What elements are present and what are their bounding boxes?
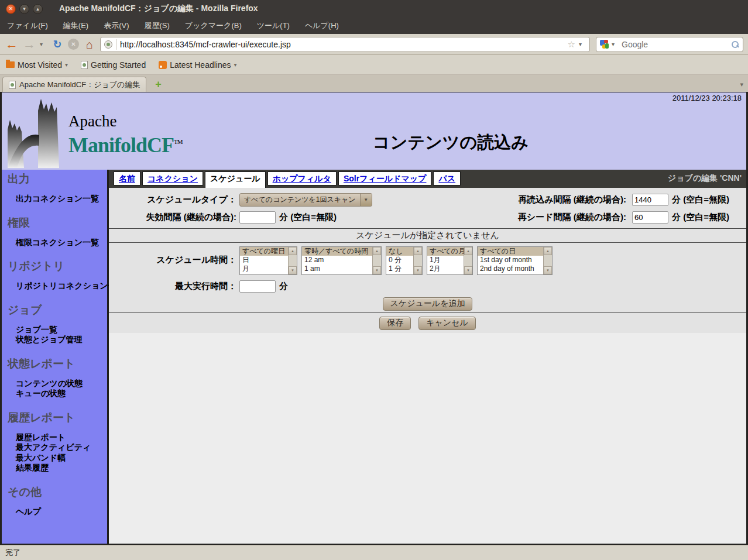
- scrollbar[interactable]: ▲ ▼: [372, 247, 381, 274]
- tab-connection[interactable]: コネクション: [142, 171, 203, 185]
- bookmark-latest-headlines[interactable]: Latest Headlines ▾: [159, 60, 236, 70]
- sidebar-item-help[interactable]: ヘルプ: [8, 507, 107, 517]
- select-option[interactable]: なし: [386, 247, 413, 256]
- menu-history[interactable]: 履歴(S): [145, 20, 170, 31]
- tab-name-link[interactable]: 名前: [119, 174, 135, 183]
- select-option[interactable]: 0 分: [386, 256, 413, 264]
- sidebar-item-max-bandwidth[interactable]: 最大バンド幅: [8, 453, 107, 463]
- save-button[interactable]: 保存: [379, 317, 411, 330]
- sidebar-item-repository-connections[interactable]: リポジトリコネクション一覧: [8, 281, 107, 291]
- sidebar-item-output-connections[interactable]: 出力コネクション一覧: [8, 194, 107, 204]
- scroll-up-icon[interactable]: ▲: [414, 247, 422, 255]
- close-icon[interactable]: ✕: [6, 4, 16, 14]
- scrollbar[interactable]: ▲ ▼: [413, 247, 422, 274]
- select-option[interactable]: すべての曜日: [240, 247, 288, 256]
- select-option[interactable]: 1 分: [386, 264, 413, 273]
- select-option[interactable]: 2月: [427, 264, 464, 273]
- minimize-icon[interactable]: ▾: [19, 4, 29, 14]
- menu-file[interactable]: ファイル(F): [7, 20, 48, 31]
- select-option[interactable]: 1st day of month: [478, 256, 543, 264]
- url-bar[interactable]: ☆ ▾: [100, 37, 590, 52]
- home-icon[interactable]: ⌂: [83, 39, 97, 50]
- section-title: 状態レポート: [8, 358, 107, 370]
- new-tab-icon[interactable]: +: [151, 78, 165, 90]
- bookmark-getting-started[interactable]: Getting Started: [81, 60, 146, 70]
- hour-of-day-select[interactable]: 零時／すべての時間 12 am 1 am ▲ ▼: [301, 246, 382, 275]
- sidebar-item-job-list[interactable]: ジョブ一覧: [8, 325, 107, 335]
- forward-icon[interactable]: →: [22, 38, 36, 51]
- tab-solr-field-mapping-link[interactable]: Solrフィールドマップ: [344, 174, 427, 183]
- max-run-time-input[interactable]: [239, 280, 276, 293]
- url-input[interactable]: [120, 40, 564, 49]
- history-dropdown-icon[interactable]: ▾: [40, 41, 47, 47]
- google-logo-icon[interactable]: [600, 40, 609, 49]
- maximize-icon[interactable]: ▴: [33, 4, 43, 14]
- reseed-interval-input[interactable]: [632, 211, 668, 224]
- tab-list-icon[interactable]: ▾: [740, 81, 743, 88]
- select-option[interactable]: 1 am: [302, 264, 372, 273]
- tab-connection-link[interactable]: コネクション: [147, 174, 198, 183]
- sidebar-item-result-histogram[interactable]: 結果履歴: [8, 463, 107, 473]
- tab-name[interactable]: 名前: [114, 171, 140, 185]
- scroll-up-icon[interactable]: ▲: [464, 247, 472, 255]
- bookmark-star-icon[interactable]: ☆: [568, 39, 575, 50]
- menu-tools[interactable]: ツール(T): [257, 20, 290, 31]
- refresh-icon[interactable]: ↻: [50, 39, 64, 50]
- add-schedule-button[interactable]: スケジュールを追加: [383, 297, 473, 311]
- select-option[interactable]: すべての日: [478, 247, 543, 256]
- day-of-month-select[interactable]: すべての日 1st day of month 2nd day of month …: [477, 246, 553, 275]
- select-option[interactable]: 日: [240, 256, 288, 264]
- scroll-down-icon[interactable]: ▼: [414, 266, 422, 274]
- bookmark-most-visited[interactable]: Most Visited ▾: [6, 60, 68, 70]
- recrawl-interval-input[interactable]: [632, 194, 668, 206]
- scrollbar[interactable]: ▲ ▼: [288, 247, 297, 274]
- sidebar-item-queue-status[interactable]: キューの状態: [8, 389, 107, 399]
- select-option[interactable]: 月: [240, 264, 288, 273]
- site-identity-icon[interactable]: [104, 40, 112, 49]
- menu-help[interactable]: ヘルプ(H): [305, 20, 339, 31]
- select-option[interactable]: 2nd day of month: [478, 264, 543, 273]
- sidebar-item-simple-history[interactable]: 履歴レポート: [8, 432, 107, 443]
- scroll-down-icon[interactable]: ▼: [373, 266, 381, 274]
- select-option[interactable]: 零時／すべての時間: [302, 247, 372, 256]
- month-select[interactable]: すべての月 1月 2月 ▲ ▼: [427, 246, 473, 275]
- scroll-up-icon[interactable]: ▲: [373, 247, 381, 255]
- url-dropdown-icon[interactable]: ▾: [579, 41, 586, 47]
- select-option[interactable]: 12 am: [302, 256, 372, 264]
- browser-tab[interactable]: Apache ManifoldCF：ジョブの編集: [2, 77, 146, 92]
- select-option[interactable]: 1月: [427, 256, 464, 264]
- sidebar-item-job-status[interactable]: 状態とジョブ管理: [8, 335, 107, 345]
- cancel-button[interactable]: キャンセル: [418, 317, 476, 330]
- tab-solr-field-mapping[interactable]: Solrフィールドマップ: [338, 171, 432, 185]
- minutes-select[interactable]: なし 0 分 1 分 ▲ ▼: [386, 246, 423, 275]
- scroll-down-icon[interactable]: ▼: [289, 266, 297, 274]
- search-bar[interactable]: ▾: [596, 37, 743, 52]
- menu-bookmarks[interactable]: ブックマーク(B): [185, 20, 242, 31]
- tab-hop-filters-link[interactable]: ホップフィルタ: [273, 174, 331, 183]
- sidebar-item-authority-connections[interactable]: 権限コネクション一覧: [8, 238, 107, 248]
- search-input[interactable]: [622, 40, 728, 49]
- menu-edit[interactable]: 編集(E): [63, 20, 88, 31]
- tab-paths[interactable]: パス: [433, 171, 461, 185]
- tab-hop-filters[interactable]: ホップフィルタ: [267, 171, 337, 185]
- scroll-down-icon[interactable]: ▼: [464, 266, 472, 274]
- day-of-week-select[interactable]: すべての曜日 日 月 ▲ ▼: [239, 246, 297, 275]
- url-separator: [116, 39, 116, 50]
- scrollbar[interactable]: ▲ ▼: [464, 247, 472, 274]
- tab-paths-link[interactable]: パス: [438, 174, 455, 183]
- sidebar-item-max-activity[interactable]: 最大アクティビティ: [8, 442, 107, 453]
- tab-scheduling[interactable]: スケジュール: [205, 171, 266, 188]
- back-icon[interactable]: ←: [5, 38, 19, 51]
- scroll-up-icon[interactable]: ▲: [544, 247, 552, 255]
- scroll-up-icon[interactable]: ▲: [289, 247, 297, 255]
- scroll-down-icon[interactable]: ▼: [544, 266, 552, 274]
- schedule-type-select[interactable]: すべてのコンテンツを1回スキャン ▼: [239, 193, 372, 207]
- scrollbar[interactable]: ▲ ▼: [543, 247, 552, 274]
- select-option[interactable]: すべての月: [427, 247, 464, 256]
- search-engine-dropdown-icon[interactable]: ▾: [612, 41, 619, 47]
- stop-icon[interactable]: ✕: [68, 39, 79, 50]
- expiration-interval-input[interactable]: [239, 211, 276, 224]
- sidebar-item-document-status[interactable]: コンテンツの状態: [8, 379, 107, 389]
- menu-view[interactable]: 表示(V): [104, 20, 129, 31]
- search-icon[interactable]: [731, 40, 739, 49]
